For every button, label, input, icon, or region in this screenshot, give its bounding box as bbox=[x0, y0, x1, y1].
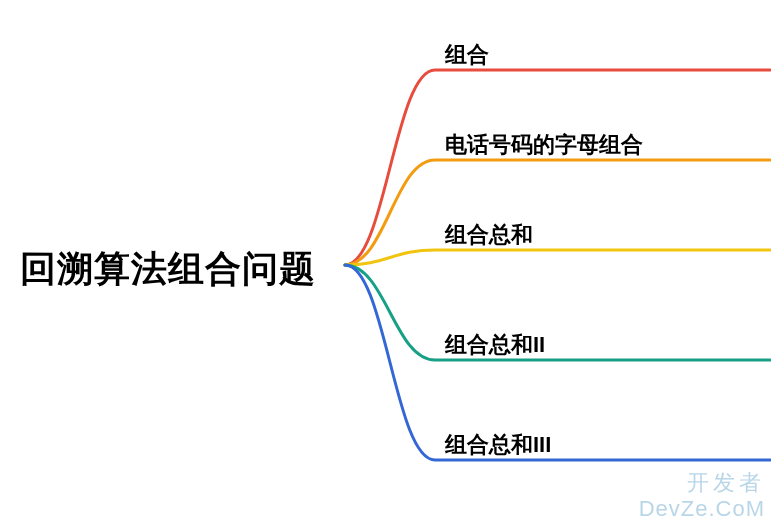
branch-label-1: 电话号码的字母组合 bbox=[445, 130, 643, 160]
branch-path-1 bbox=[345, 160, 770, 265]
branch-path-3 bbox=[345, 265, 770, 360]
branch-path-2 bbox=[345, 250, 770, 265]
watermark-line-2: DevZe.CoM bbox=[639, 496, 765, 522]
watermark-line-1: 开发者 bbox=[687, 468, 765, 498]
branch-label-3: 组合总和II bbox=[445, 330, 545, 360]
branch-label-2: 组合总和 bbox=[445, 220, 533, 250]
branch-path-0 bbox=[345, 70, 770, 265]
mindmap-root: 回溯算法组合问题 bbox=[20, 245, 316, 294]
branch-label-4: 组合总和III bbox=[445, 430, 551, 460]
branch-label-0: 组合 bbox=[445, 40, 489, 70]
branch-path-4 bbox=[345, 265, 770, 460]
